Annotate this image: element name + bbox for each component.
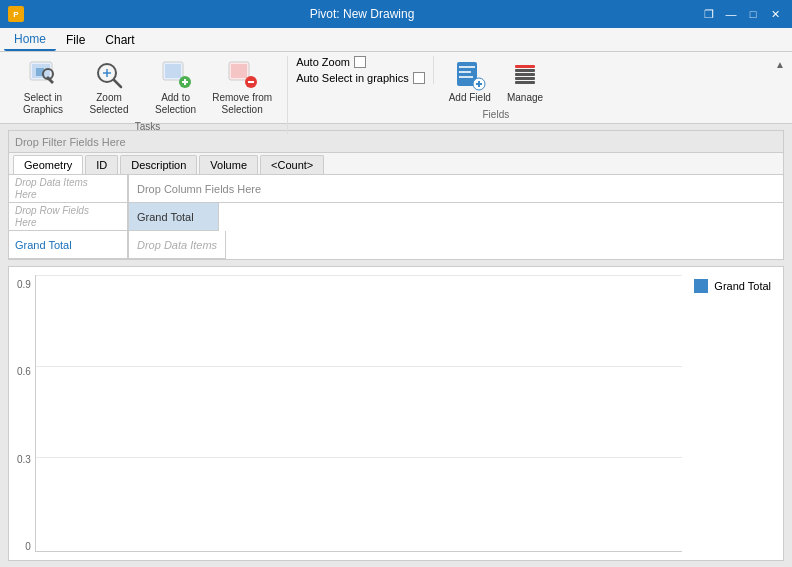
remove-from-selection-icon	[226, 59, 258, 91]
app-icon: P	[8, 6, 24, 22]
pivot-drop-data-body: Drop Data Items	[129, 231, 783, 259]
minimize-button[interactable]: —	[722, 5, 740, 23]
fields-group-label: Fields	[483, 109, 510, 120]
manage-icon	[509, 59, 541, 91]
chart-y-label-0: 0.9	[17, 279, 31, 290]
pivot-drop-items-bottom: Drop Data Items	[129, 231, 226, 259]
pivot-grand-total-cell: Grand Total	[129, 203, 219, 231]
chart-y-label-1: 0.6	[17, 366, 31, 377]
chart-grid-line-2	[36, 366, 682, 367]
maximize-button[interactable]: □	[744, 5, 762, 23]
pivot-left: Drop Data Items Here Drop Row Fields Her…	[9, 175, 129, 259]
pivot-tabs: Geometry ID Description Volume <Count>	[9, 153, 783, 175]
manage-label: Manage	[507, 92, 543, 104]
drop-filter-bar: Drop Filter Fields Here	[9, 131, 783, 153]
legend-color-grand-total	[694, 279, 708, 293]
auto-zoom-row: Auto Zoom	[296, 56, 425, 68]
window-title: Pivot: New Drawing	[24, 7, 700, 21]
chart-grid-line-3	[36, 457, 682, 458]
add-field-button[interactable]: Add Field	[442, 56, 498, 107]
svg-rect-17	[515, 65, 535, 68]
pivot-right: Drop Column Fields Here Grand Total Drop…	[129, 175, 783, 259]
menu-chart[interactable]: Chart	[95, 30, 144, 50]
ribbon-fields-group: Add Field Manage F	[434, 56, 558, 122]
tab-geometry[interactable]: Geometry	[13, 155, 83, 174]
svg-rect-10	[231, 64, 247, 78]
chart-grid	[35, 275, 682, 552]
svg-rect-15	[459, 76, 473, 78]
add-field-label: Add Field	[449, 92, 491, 104]
svg-text:P: P	[13, 10, 19, 19]
menu-bar: Home File Chart	[0, 28, 792, 52]
auto-zoom-checkbox[interactable]	[354, 56, 366, 68]
chart-area: 0.9 0.6 0.3 0 Grand Total	[8, 266, 784, 561]
select-in-graphics-button[interactable]: Select in Graphics	[16, 56, 70, 119]
auto-select-label: Auto Select in graphics	[296, 72, 409, 84]
remove-from-selection-label: Remove from Selection	[212, 92, 272, 116]
pivot-body: Drop Data Items Here Drop Row Fields Her…	[9, 175, 783, 259]
menu-home[interactable]: Home	[4, 29, 56, 51]
auto-select-checkbox[interactable]	[413, 72, 425, 84]
title-bar: P Pivot: New Drawing ❐ — □ ✕	[0, 0, 792, 28]
auto-zoom-label: Auto Zoom	[296, 56, 350, 68]
close-button[interactable]: ✕	[766, 5, 784, 23]
chart-y-label-2: 0.3	[17, 454, 31, 465]
pivot-right-body: Grand Total	[129, 203, 783, 231]
svg-rect-18	[515, 69, 535, 72]
auto-select-row: Auto Select in graphics	[296, 72, 425, 84]
zoom-selected-button[interactable]: Zoom Selected	[72, 56, 146, 119]
zoom-selected-label: Zoom Selected	[79, 92, 139, 116]
remove-from-selection-button[interactable]: Remove from Selection	[205, 56, 279, 119]
restore-button[interactable]: ❐	[700, 5, 718, 23]
pivot-drop-row-fields: Drop Row Fields Here	[9, 203, 128, 231]
pivot-grand-total-left: Grand Total	[9, 231, 128, 259]
chart-y-label-3: 0	[25, 541, 31, 552]
pivot-area: Drop Filter Fields Here Geometry ID Desc…	[8, 130, 784, 260]
legend-label-grand-total: Grand Total	[714, 280, 771, 292]
auto-zoom-group: Auto Zoom Auto Select in graphics	[288, 56, 434, 84]
add-to-selection-button[interactable]: Add to Selection	[148, 56, 203, 119]
pivot-drop-column-fields: Drop Column Fields Here	[129, 175, 783, 203]
fields-buttons: Add Field Manage	[442, 56, 550, 107]
ribbon-collapse-button[interactable]: ▲	[772, 56, 788, 72]
tab-count[interactable]: <Count>	[260, 155, 324, 174]
menu-file[interactable]: File	[56, 30, 95, 50]
tasks-buttons: Select in Graphics Zoom Selected	[16, 56, 279, 119]
svg-rect-19	[515, 73, 535, 76]
tasks-group-label: Tasks	[135, 121, 161, 132]
legend-grand-total: Grand Total	[694, 279, 771, 293]
add-to-selection-label: Add to Selection	[155, 92, 196, 116]
tab-id[interactable]: ID	[85, 155, 118, 174]
pivot-drop-data-left: Drop Data Items Here	[9, 175, 128, 203]
main-content: Drop Filter Fields Here Geometry ID Desc…	[0, 124, 792, 567]
add-to-selection-icon	[160, 59, 192, 91]
chart-grid-line-1	[36, 275, 682, 276]
svg-rect-13	[459, 66, 475, 68]
tab-volume[interactable]: Volume	[199, 155, 258, 174]
select-in-graphics-label: Select in Graphics	[23, 92, 63, 116]
chart-legend: Grand Total	[690, 275, 775, 552]
select-in-graphics-icon	[27, 59, 59, 91]
chart-y-labels: 0.9 0.6 0.3 0	[17, 275, 35, 552]
ribbon-tasks-group: Select in Graphics Zoom Selected	[8, 56, 288, 134]
svg-rect-20	[515, 77, 535, 80]
add-field-icon	[454, 59, 486, 91]
tab-description[interactable]: Description	[120, 155, 197, 174]
svg-rect-14	[459, 71, 471, 73]
ribbon: Select in Graphics Zoom Selected	[0, 52, 792, 124]
svg-rect-21	[515, 81, 535, 84]
zoom-selected-icon	[93, 59, 125, 91]
svg-rect-7	[165, 64, 181, 78]
window-controls: ❐ — □ ✕	[700, 5, 784, 23]
manage-button[interactable]: Manage	[500, 56, 550, 107]
